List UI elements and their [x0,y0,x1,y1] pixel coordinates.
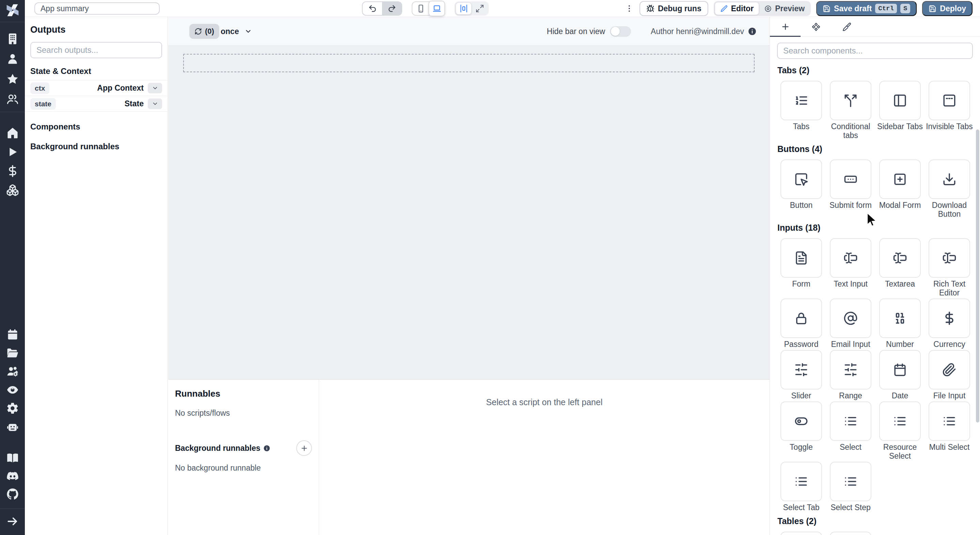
component-card[interactable]: Download Button [926,160,973,219]
fullwidth-layout-button[interactable] [472,2,488,14]
user-icon [6,53,19,65]
add-background-runnable-button[interactable] [296,440,312,456]
outputs-panel: Outputs State & Context ctx App Context … [25,17,168,535]
debug-runs-button[interactable]: Debug runs [640,1,708,16]
plus-icon [300,444,308,452]
search-outputs-input[interactable] [30,42,162,58]
lock-icon [794,311,808,326]
component-card[interactable]: Resource Select [876,401,924,460]
rail-button[interactable] [5,487,20,501]
rail-button[interactable] [5,364,20,379]
save-draft-label: Save draft [834,4,872,13]
rail-button[interactable] [5,468,20,484]
background-runnables-heading: Background runnables [30,142,162,151]
component-card[interactable]: Submit form [827,160,875,219]
app-summary-input[interactable] [34,2,160,14]
save-draft-button[interactable]: Save draft Ctrl S [816,1,917,16]
empty-component-slot[interactable] [183,54,754,72]
context-row[interactable]: ctx App Context [25,80,167,96]
undo-button[interactable] [363,2,382,15]
component-card[interactable]: Tabs [777,81,825,140]
component-card[interactable]: Slider [777,350,825,400]
tab-insert-component[interactable] [770,17,800,37]
rail-button[interactable] [5,345,20,361]
component-card[interactable]: Rich Text Editor [926,238,973,297]
component-card[interactable] [827,532,875,535]
mobile-view-button[interactable] [412,2,429,16]
info-icon[interactable] [748,27,757,36]
component-card[interactable]: Currency [926,299,973,348]
editor-tab[interactable]: Editor [715,2,759,15]
search-components-input[interactable] [777,43,973,59]
desktop-view-button[interactable] [428,1,445,16]
scrollbar-thumb[interactable] [976,129,979,423]
pencil-icon [720,5,728,13]
component-label: Password [784,340,819,348]
component-card[interactable]: Textarea [876,238,924,297]
tab-settings-component[interactable] [800,17,831,37]
github-icon [6,488,19,501]
deploy-button[interactable]: Deploy [922,1,972,16]
component-card[interactable]: Form [777,238,825,297]
select-script-placeholder: Select a script on the left panel [486,397,603,535]
more-menu-button[interactable] [625,2,634,16]
rail-button[interactable] [5,72,20,86]
rail-button[interactable] [5,125,20,141]
schedule-dropdown[interactable]: once [216,24,256,39]
list-icon [843,414,858,428]
rail-button[interactable] [5,450,20,465]
rail-button[interactable] [5,92,20,107]
rail-button[interactable] [5,401,20,416]
component-card[interactable] [777,532,825,535]
component-card[interactable]: Modal Form [876,160,924,219]
tab-theme[interactable] [831,17,862,37]
component-card[interactable]: Number [876,299,924,348]
play-icon [6,145,19,158]
component-card[interactable]: Conditional tabs [827,81,875,140]
component-card[interactable]: Toggle [777,401,825,460]
background-runnables-title: Background runnables [175,444,260,453]
rail-button[interactable] [5,382,20,397]
component-label: Resource Select [876,442,924,460]
component-card[interactable]: Date [876,350,924,400]
rect-ellipsis-icon [843,172,858,187]
center-layout-button[interactable] [456,2,472,14]
preview-tab[interactable]: Preview [759,2,810,15]
component-card[interactable]: Text Input [827,238,875,297]
hide-bar-toggle[interactable] [610,26,631,37]
component-card[interactable]: Invisible Tabs [926,81,973,140]
plus-icon [781,22,790,31]
rail-button[interactable] [5,144,20,160]
component-card[interactable]: Multi Select [926,401,973,460]
paperclip-icon [942,363,956,377]
rail-button[interactable] [5,164,20,179]
rail-button[interactable] [5,419,20,434]
component-card[interactable]: Select Tab [777,462,825,512]
rail-button[interactable] [5,514,20,529]
component-card[interactable]: Range [827,350,875,400]
component-card[interactable]: Password [777,299,825,348]
component-card[interactable]: Sidebar Tabs [876,81,924,140]
component-card[interactable]: Button [777,160,825,219]
chevron-down-icon [245,27,252,35]
expand-row-button[interactable] [148,83,162,93]
component-card[interactable]: Select Step [827,462,875,512]
component-card[interactable]: Select [827,401,875,460]
rail-links-group [0,450,25,501]
runnables-empty-text: No scripts/flows [175,409,312,418]
refresh-button[interactable]: (0) [189,24,219,39]
binary-icon [893,311,907,326]
section-title-tabs: Tabs (2) [777,65,974,75]
redo-button[interactable] [382,2,401,15]
expand-row-button[interactable] [148,99,162,109]
rail-button[interactable] [5,51,20,67]
rail-button[interactable] [5,31,20,46]
rail-button[interactable] [5,183,20,198]
context-row[interactable]: state State [25,96,167,112]
align-space-around-icon [459,4,468,13]
component-card[interactable]: File Input [926,350,973,400]
file-text-icon [794,251,808,265]
context-key-badge: ctx [30,83,49,94]
rail-button[interactable] [5,327,20,342]
component-card[interactable]: Email Input [827,299,875,348]
